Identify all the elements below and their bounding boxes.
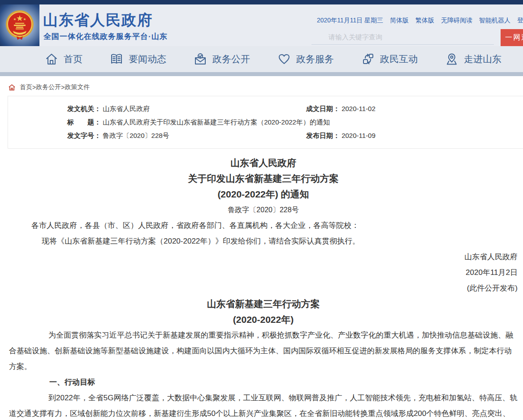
meta-issuer-label: 发文机关：	[67, 105, 101, 112]
breadcrumb-gov-info[interactable]: 政务公开	[36, 83, 61, 91]
interaction-icon	[361, 52, 375, 66]
doc-section-heading-1: 一、行动目标	[9, 374, 518, 390]
doc-signature-date: 2020年11月2日	[9, 265, 518, 280]
link-login[interactable]: 登录	[517, 17, 523, 25]
envelope-icon	[194, 52, 207, 66]
meta-doc-no-label: 发文字号：	[67, 132, 101, 139]
map-pin-icon	[445, 52, 458, 66]
meta-row: 发文字号： 鲁政字〔2020〕228号 发布日期： 2020-11-09	[8, 129, 523, 142]
doc-title-line-1: 山东省人民政府	[9, 155, 518, 171]
one-stop-service-button[interactable]: 一网通办	[501, 29, 523, 46]
breadcrumb: 首页 > 政务公开 > 政策文件	[0, 76, 523, 96]
link-accessibility[interactable]: 无障碍阅读	[441, 17, 472, 25]
nav-item-gov-info[interactable]: 政务公开	[194, 52, 250, 66]
search-input[interactable]	[311, 30, 494, 45]
meta-doc-no-value: 鲁政字〔2020〕228号	[103, 132, 169, 139]
doc-salutation: 各市人民政府，各县（市、区）人民政府，省政府各部门、各直属机构，各大企业，各高等…	[9, 218, 518, 233]
meta-row: 标 题： 山东省人民政府关于印发山东省新基建三年行动方案（2020-2022年）…	[8, 116, 523, 129]
top-links: 2020年11月11日 星期三 简体版 繁体版 无障碍阅读 智能机器人 登录	[317, 17, 523, 25]
breadcrumb-separator: >	[32, 84, 36, 91]
nav-item-home[interactable]: 首页	[45, 52, 82, 66]
doc-signature-name: 山东省人民政府	[9, 249, 518, 265]
doc-number: 鲁政字〔2020〕228号	[9, 202, 518, 218]
meta-date-written-value: 2020-11-02	[341, 105, 376, 112]
book-icon	[110, 52, 123, 66]
nav-item-news[interactable]: 要闻动态	[110, 52, 166, 66]
nav-label: 政务服务	[296, 53, 334, 65]
site-title: 山东省人民政府	[43, 10, 153, 30]
nav-label: 首页	[64, 53, 82, 65]
nav-label: 政民互动	[380, 53, 418, 65]
plan-title-line-1: 山东省新基建三年行动方案	[9, 296, 518, 312]
nav-item-services[interactable]: 政务服务	[277, 52, 334, 66]
meta-title-label: 标 题：	[67, 118, 101, 126]
national-emblem-icon	[5, 9, 35, 42]
breadcrumb-home-icon	[8, 84, 16, 91]
site-header: 山东省人民政府 全国一体化在线政务服务平台·山东 2020年11月11日 星期三…	[0, 4, 523, 46]
doc-intro-paragraph: 现将《山东省新基建三年行动方案（2020-2022年）》印发给你们，请结合实际认…	[9, 233, 518, 249]
home-icon	[45, 52, 58, 66]
link-robot[interactable]: 智能机器人	[479, 17, 510, 25]
site-subtitle: 全国一体化在线政务服务平台·山东	[43, 31, 168, 42]
doc-title-line-3: (2020-2022年) 的通知	[9, 186, 518, 202]
meta-date-published-label: 发布日期：	[306, 132, 340, 139]
breadcrumb-home[interactable]: 首页	[20, 83, 32, 91]
document-meta-box: 发文机关： 山东省人民政府 成文日期： 2020-11-02 标 题： 山东省人…	[8, 96, 523, 149]
doc-title-line-2: 关于印发山东省新基建三年行动方案	[9, 171, 518, 186]
plan-title-line-2: (2020-2022年)	[9, 312, 518, 327]
nav-label: 政务公开	[212, 53, 250, 65]
meta-row: 发文机关： 山东省人民政府 成文日期： 2020-11-02	[8, 102, 523, 116]
current-date: 2020年11月11日 星期三	[317, 17, 383, 25]
nav-divider-strip	[0, 72, 523, 76]
meta-issuer-value: 山东省人民政府	[103, 105, 150, 112]
site-logo[interactable]	[0, 4, 39, 46]
nav-item-about-shandong[interactable]: 走进山东	[445, 52, 501, 66]
link-simplified[interactable]: 简体版	[390, 17, 409, 25]
doc-signature-note: (此件公开发布)	[9, 280, 518, 296]
meta-title-value: 山东省人民政府关于印发山东省新基建三年行动方案（2020-2022年）的通知	[103, 118, 330, 126]
meta-date-published-value: 2020-11-09	[341, 132, 376, 139]
doc-paragraph-1: 为全面贯彻落实习近平总书记关于新基建发展的重要指示精神，积极抢抓数字产业化、产业…	[9, 327, 518, 374]
top-bar	[0, 0, 523, 4]
heart-icon	[277, 52, 291, 66]
nav-label: 要闻动态	[129, 53, 166, 65]
meta-date-written-label: 成文日期：	[306, 105, 340, 112]
main-nav: 首页 要闻动态 政务公开 政务服务 政民互动 走进山东	[0, 46, 523, 72]
breadcrumb-policy-docs[interactable]: 政策文件	[65, 83, 90, 91]
link-traditional[interactable]: 繁体版	[415, 17, 434, 25]
nav-item-interaction[interactable]: 政民互动	[361, 52, 418, 66]
document-body: 山东省人民政府 关于印发山东省新基建三年行动方案 (2020-2022年) 的通…	[0, 149, 523, 420]
doc-paragraph-2: 到2022年，全省5G网络广泛覆盖，大数据中心集聚发展，工业互联网、物联网普及推…	[9, 390, 518, 420]
nav-label: 走进山东	[464, 53, 501, 65]
